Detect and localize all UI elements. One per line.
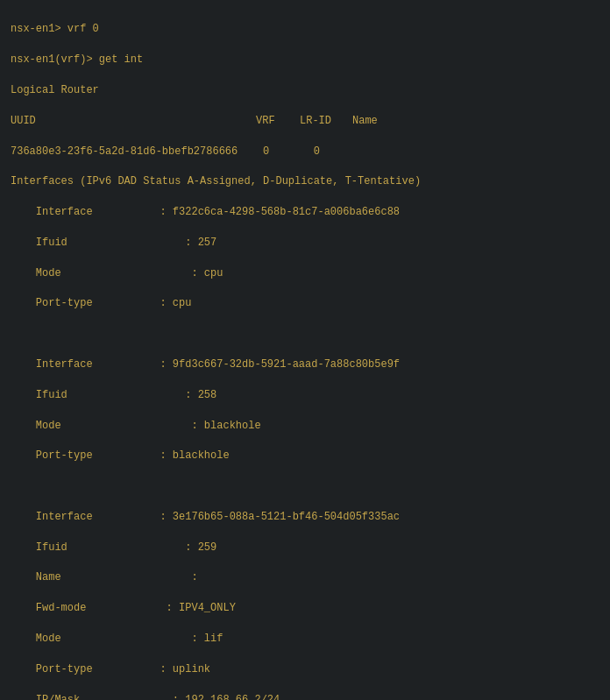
iface1-ifuid: Ifuid : 257 [11,236,599,251]
iface1-mode: Mode : cpu [11,266,599,281]
iface1-interface: Interface : f322c6ca-4298-568b-81c7-a006… [11,205,599,220]
iface2-mode: Mode : blackhole [11,419,599,434]
iface3-fwdmode: Fwd-mode : IPV4_ONLY [11,601,599,616]
iface2-porttype: Port-type : blackhole [11,449,599,463]
prompt-line-1: nsx-en1> vrf 0 [11,22,599,37]
table-header: UUIDVRFLR-IDName Type [11,114,599,129]
ipv6-note: Interfaces (IPv6 DAD Status A-Assigned, … [11,174,599,189]
blank2 [11,479,599,494]
router-row: 736a80e3-23f6-5a2d-81d6-bbefb2786666 0 0… [11,145,599,159]
iface3-name: Name : [11,570,599,585]
section-title: Logical Router [11,83,599,98]
iface3-interface: Interface : 3e176b65-088a-5121-bf46-504d… [11,510,599,525]
blank1 [11,327,599,342]
iface3-mode: Mode : lif [11,632,599,647]
iface3-ifuid: Ifuid : 259 [11,541,599,555]
iface3-ipmask: IP/Mask : 192.168.66.2/24 [11,693,599,700]
terminal-output: nsx-en1> vrf 0 nsx-en1(vrf)> get int Log… [11,7,599,700]
iface2-interface: Interface : 9fd3c667-32db-5921-aaad-7a88… [11,357,599,372]
iface3-porttype: Port-type : uplink [11,662,599,677]
iface1-porttype: Port-type : cpu [11,296,599,311]
iface2-ifuid: Ifuid : 258 [11,388,599,403]
prompt-line-2: nsx-en1(vrf)> get int [11,53,599,67]
